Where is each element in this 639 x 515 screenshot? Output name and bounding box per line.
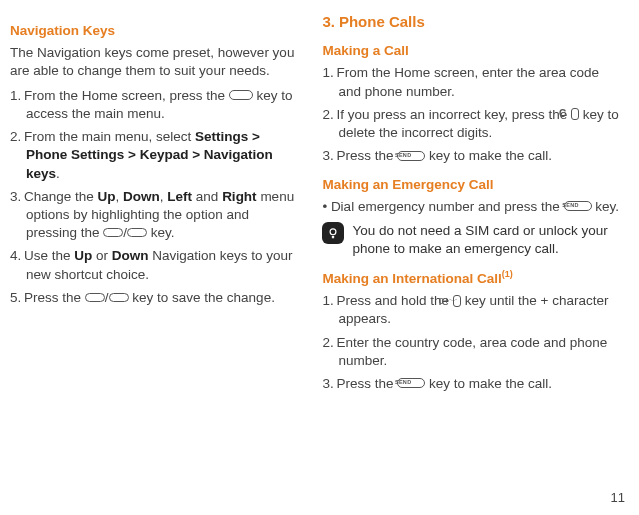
making-step-1: 1.From the Home screen, enter the area c…: [322, 64, 621, 100]
nav-step-1: 1.From the Home screen, press the key to…: [10, 87, 294, 123]
softkey-icon: [229, 90, 253, 100]
nav-step-5: 5.Press the / key to save the change.: [10, 289, 294, 307]
page-columns: Navigation Keys The Navigation keys come…: [10, 12, 621, 399]
intl-step-1: 1.Press and hold the 0+﹀ key until the +…: [322, 292, 621, 328]
nav-intro: The Navigation keys come preset, however…: [10, 44, 294, 80]
send-key-icon: SEND: [397, 378, 425, 388]
emergency-list: Dial emergency number and press the SEND…: [322, 198, 621, 216]
nav-step-4: 4.Use the Up or Down Navigation keys to …: [10, 247, 294, 283]
note-text: You do not need a SIM card or unlock you…: [352, 222, 621, 258]
softkey-icon: [127, 228, 147, 237]
softkey-icon: [109, 293, 129, 302]
send-key-icon: SEND: [564, 201, 592, 211]
page-number: 11: [611, 489, 625, 507]
intl-step-2: 2.Enter the country code, area code and …: [322, 334, 621, 370]
softkey-icon: [103, 228, 123, 237]
nav-steps-list: 1.From the Home screen, press the key to…: [10, 87, 294, 307]
softkey-icon: [85, 293, 105, 302]
svg-point-0: [330, 229, 336, 235]
making-call-steps: 1.From the Home screen, enter the area c…: [322, 64, 621, 165]
emergency-bullet: Dial emergency number and press the SEND…: [322, 198, 621, 216]
nav-step-3: 3.Change the Up, Down, Left and Right me…: [10, 188, 294, 243]
heading-making-a-call: Making a Call: [322, 42, 621, 60]
heading-emergency-call: Making an Emergency Call: [322, 176, 621, 194]
intl-steps: 1.Press and hold the 0+﹀ key until the +…: [322, 292, 621, 393]
intl-step-3: 3.Press the SEND key to make the call.: [322, 375, 621, 393]
lightbulb-icon: [322, 222, 344, 244]
heading-international-call: Making an International Call(1): [322, 268, 621, 288]
heading-navigation-keys: Navigation Keys: [10, 22, 294, 40]
note-row: You do not need a SIM card or unlock you…: [322, 222, 621, 258]
nav-step-2: 2.From the main menu, select Settings > …: [10, 128, 294, 183]
making-step-3: 3.Press the SEND key to make the call.: [322, 147, 621, 165]
left-column: Navigation Keys The Navigation keys come…: [10, 12, 294, 399]
zero-plus-key-icon: 0+﹀: [453, 295, 461, 307]
right-column: 3.Phone Calls Making a Call 1.From the H…: [322, 12, 621, 399]
send-key-icon: SEND: [397, 151, 425, 161]
heading-phone-calls: 3.Phone Calls: [322, 12, 621, 32]
making-step-2: 2.If you press an incorrect key, press t…: [322, 106, 621, 142]
clear-key-icon: C: [571, 108, 579, 120]
